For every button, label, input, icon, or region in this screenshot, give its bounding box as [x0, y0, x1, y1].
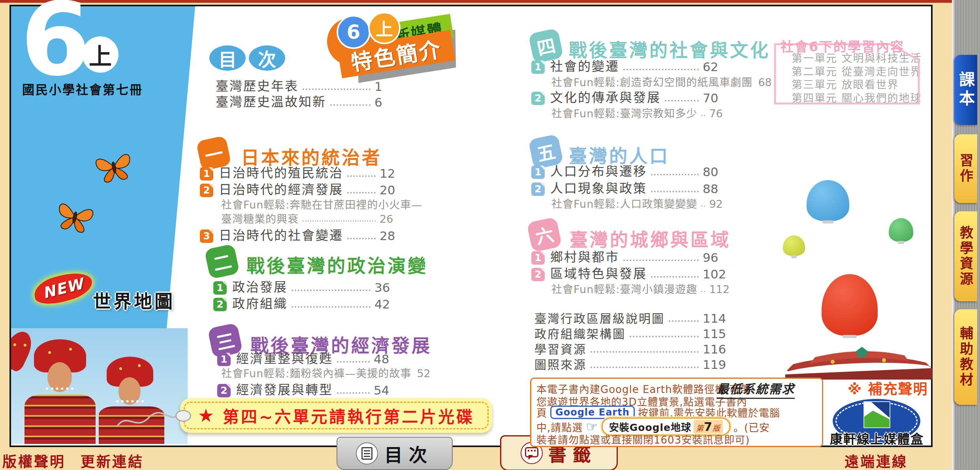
toc-row-label: 政治發展 — [232, 280, 288, 295]
feature-badge-semester: 上 — [368, 12, 401, 44]
sidebar-tab-teaching-resources[interactable]: 教學資源 — [954, 211, 977, 301]
toc-row[interactable]: 3 日治時代的社會變遷 28 — [200, 228, 405, 243]
update-link[interactable]: 更新連結 — [81, 450, 144, 470]
toc-subrow[interactable]: 社會Fun輕鬆:麵粉袋內褲—美援的故事 52 — [221, 367, 399, 380]
item-number: 2 — [531, 182, 545, 196]
toc-row-label: 臺灣行政區層級說明圖 — [534, 312, 665, 326]
toc-row-label: 人口現象與政策 — [550, 181, 647, 196]
toc-row[interactable]: 2 人口現象與政策 88 — [531, 181, 728, 196]
toc-row-page: 70 — [703, 91, 728, 105]
toc-subrow[interactable]: 臺灣糖業的興衰 26 — [221, 213, 405, 225]
toc-row[interactable]: 1 社會的變遷 62 — [531, 59, 728, 74]
toc-row-label: 學習資源 — [534, 343, 587, 357]
feature-badge-grade: 6 — [337, 15, 371, 49]
leader-dots — [651, 174, 699, 175]
toc-row[interactable]: 學習資源 116 — [534, 342, 728, 356]
toc-row-page: 1 — [374, 79, 400, 94]
toc-row-label: 社會Fun輕鬆:奔馳在甘蔗田裡的小火車— — [221, 199, 422, 211]
leader-dots — [701, 115, 705, 116]
item-number: 1 — [200, 167, 213, 180]
toc-row-page: 54 — [374, 383, 399, 397]
sidebar-tab-label: 課本 — [954, 71, 977, 109]
system-requirements-link[interactable]: 最低系統需求 — [717, 379, 795, 399]
toc-row-label: 鄉村與都市 — [550, 250, 619, 265]
toc-row-label: 區域特色與發展 — [550, 267, 647, 281]
toc-row[interactable]: 2 政府組織 42 — [213, 297, 400, 311]
unit-number-glyph: 四 — [534, 31, 558, 60]
item-number: 3 — [200, 229, 213, 243]
toc-row[interactable]: 臺灣歷史溫故知新 6 — [216, 95, 400, 109]
toc-tab-button[interactable]: 目次 — [337, 437, 453, 470]
toc-row-page: 102 — [703, 267, 728, 281]
leader-dots — [303, 88, 371, 90]
toc-row[interactable]: 1 鄉村與都市 96 — [531, 250, 728, 265]
leader-dots — [337, 392, 370, 394]
item-number: 2 — [531, 92, 545, 105]
toc-row[interactable]: 1 政治發展 36 — [213, 280, 400, 295]
unit-4-title[interactable]: 戰後臺灣的社會與文化 — [569, 36, 770, 62]
toc-row-label: 社會Fun輕鬆:臺灣宗教知多少 — [551, 107, 697, 120]
unit-6-title[interactable]: 臺灣的城鄉與區域 — [570, 225, 731, 251]
toc-row[interactable]: 1 經濟重整與復甦 48 — [217, 352, 399, 366]
butterfly-icon — [91, 146, 136, 186]
version-prefix: 第 — [696, 422, 704, 433]
sidebar-tab-textbook[interactable]: 課本 — [954, 55, 977, 125]
toc-row-page: 62 — [703, 60, 728, 74]
toc-row-page: 115 — [703, 327, 728, 341]
worldmap-button[interactable]: 世界地圖 — [93, 287, 175, 313]
toc-row[interactable]: 政府組織架構圖 115 — [534, 327, 728, 341]
toc-row-label: 社會Fun輕鬆:創造奇幻空間的紙風車劇團 — [551, 76, 752, 88]
item-number: 2 — [213, 298, 227, 311]
toc-row-label: 臺灣歷史年表 — [216, 79, 299, 94]
toc-row-label: 社會的變遷 — [550, 59, 619, 74]
toc-row[interactable]: 2 經濟發展與轉型 54 — [217, 383, 399, 397]
toc-row-page: 116 — [703, 342, 728, 356]
toc-heading-char: 目 — [209, 45, 246, 71]
leader-dots — [591, 367, 699, 368]
toc-row[interactable]: 臺灣行政區層級說明圖 114 — [534, 311, 728, 325]
temple-roof-photo — [785, 346, 932, 380]
item-number: 1 — [531, 60, 545, 74]
toc-subrow[interactable]: 社會Fun輕鬆:臺灣宗教知多少 76 — [551, 107, 728, 120]
toc-row-page: 80 — [703, 165, 728, 179]
leader-dots — [337, 361, 370, 363]
leader-dots — [303, 220, 376, 222]
google-earth-button[interactable]: Google Earth — [550, 406, 635, 419]
costume-shape — [24, 395, 96, 444]
toc-subrow[interactable]: 社會Fun輕鬆:創造奇幻空間的紙風車劇團 68 — [551, 76, 728, 88]
toc-row-page: 28 — [380, 229, 405, 243]
sidebar-tab-supplementary[interactable]: 輔助教材 — [954, 309, 977, 405]
toc-subrow[interactable]: 社會Fun輕鬆:奔馳在甘蔗田裡的小火車— — [221, 199, 405, 211]
leader-dots — [347, 175, 376, 177]
toc-row-label: 臺灣糖業的興衰 — [221, 213, 299, 225]
toc-row[interactable]: 1 日治時代的殖民統治 12 — [200, 166, 405, 180]
toc-row-page: 112 — [709, 283, 734, 295]
item-number: 1 — [531, 165, 545, 179]
leader-dots — [347, 192, 376, 194]
leader-dots — [292, 290, 371, 291]
toc-row-label: 政府組織架構圖 — [534, 327, 626, 341]
toc-row[interactable]: 2 文化的傳承與發展 70 — [531, 90, 728, 105]
copyright-link[interactable]: 版權聲明 — [2, 450, 66, 470]
toc-row-page: 119 — [703, 357, 728, 372]
banner-eyelet — [175, 410, 191, 422]
toc-subrow[interactable]: 社會Fun輕鬆:人口政策變變變 92 — [551, 198, 728, 210]
remote-connection-link[interactable]: 遠端連線 — [845, 450, 908, 470]
toc-row[interactable]: 2 區域特色與發展 102 — [531, 267, 728, 281]
toc-row[interactable]: 2 日治時代的經濟發展 20 — [200, 182, 405, 197]
leader-dots — [591, 351, 699, 353]
toc-row-label: 政府組織 — [232, 297, 288, 311]
version-suffix: 版 — [713, 422, 720, 433]
toc-row-page: 92 — [709, 198, 734, 210]
leader-dots — [651, 191, 699, 192]
sidebar-tab-workbook[interactable]: 習作 — [954, 134, 977, 203]
toc-row[interactable]: 圖照來源 119 — [534, 357, 728, 372]
sidebar-tab-label: 教學資源 — [956, 226, 976, 287]
toc-row-label: 文化的傳承與發展 — [550, 90, 661, 105]
toc-subrow[interactable]: 社會Fun輕鬆:臺灣小鎮漫遊趣 112 — [551, 283, 728, 295]
supplement-statement-link[interactable]: ※ 補充聲明 — [848, 378, 928, 398]
toc-row[interactable]: 臺灣歷史年表 1 — [216, 79, 400, 94]
disc-reminder-text: 第四~六單元請執行第二片光碟 — [223, 404, 474, 427]
toc-row[interactable]: 1 人口分布與遷移 80 — [531, 164, 728, 179]
unit-2-title[interactable]: 戰後臺灣的政治演變 — [246, 251, 428, 277]
